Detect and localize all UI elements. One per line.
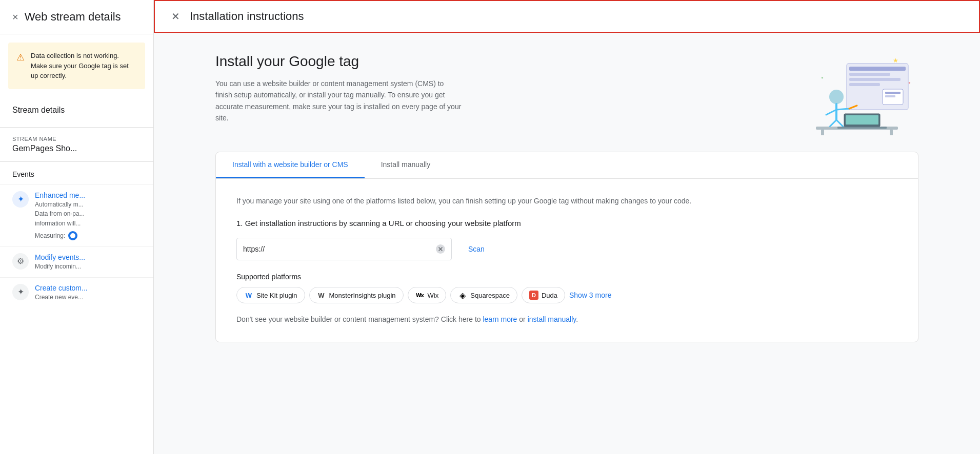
event-item-modify[interactable]: ⚙ Modify events... Modify incomin... <box>0 246 153 277</box>
svg-point-9 <box>829 90 844 104</box>
svg-text:★: ★ <box>893 57 898 64</box>
measuring-label: Measuring: <box>35 232 65 239</box>
hero-title: Install your Google tag <box>215 53 785 70</box>
url-input-wrapper <box>236 238 452 260</box>
modify-event-title: Modify events... <box>35 253 85 261</box>
svg-rect-4 <box>849 78 901 81</box>
bottom-text-prefix: Don't see your website builder or conten… <box>236 315 483 323</box>
stream-name-label: STREAM NAME <box>12 136 141 142</box>
bg-alert-banner: ⚠ Data collection is not working. Make s… <box>8 43 145 89</box>
platform-monsterinsights[interactable]: W MonsterInsights plugin <box>309 287 404 303</box>
measuring-row: Measuring: <box>35 231 85 240</box>
svg-line-14 <box>836 120 844 128</box>
bg-alert-text: Data collection is not working. Make sur… <box>31 51 137 81</box>
bg-close-icon[interactable]: × <box>12 11 18 23</box>
measuring-icon <box>68 231 77 240</box>
learn-more-link[interactable]: learn more <box>483 315 517 323</box>
event-item-create[interactable]: ✦ Create custom... Create new eve... <box>0 277 153 308</box>
modify-event-icon: ⚙ <box>12 253 29 270</box>
svg-rect-3 <box>849 73 890 76</box>
duda-icon: D <box>529 291 538 300</box>
events-title: Events <box>0 170 153 184</box>
hero-section: Install your Google tag You can use a we… <box>215 53 918 135</box>
svg-rect-5 <box>849 83 880 86</box>
enhanced-event-desc: Automatically m... <box>35 200 85 209</box>
tab-cms[interactable]: Install with a website builder or CMS <box>216 152 365 178</box>
tab-content-cms: If you manage your site using one of the… <box>216 179 918 342</box>
svg-rect-7 <box>885 92 901 94</box>
create-event-desc: Create new eve... <box>35 293 88 302</box>
events-section: Events ✦ Enhanced me... Automatically m.… <box>0 162 153 316</box>
svg-rect-8 <box>885 95 895 97</box>
hero-desc: You can use a website builder or content… <box>215 78 462 124</box>
squarespace-icon: ◈ <box>458 291 467 300</box>
svg-point-0 <box>70 233 75 238</box>
enhanced-event-content: Enhanced me... Automatically m... Data f… <box>35 191 85 240</box>
create-event-icon: ✦ <box>12 284 29 300</box>
platform-duda[interactable]: D Duda <box>522 287 565 303</box>
platform-sitekit[interactable]: W Site Kit plugin <box>236 287 305 303</box>
svg-text:●: ● <box>821 75 824 80</box>
modify-event-desc: Modify incomin... <box>35 262 85 271</box>
svg-rect-19 <box>846 115 878 125</box>
sitekit-label: Site Kit plugin <box>256 292 297 299</box>
svg-rect-16 <box>821 130 824 135</box>
or-text: or <box>517 315 527 323</box>
show-more-link[interactable]: Show 3 more <box>569 291 611 299</box>
svg-rect-20 <box>837 127 887 129</box>
create-event-title: Create custom... <box>35 284 88 292</box>
create-event-content: Create custom... Create new eve... <box>35 284 88 302</box>
installation-modal: ✕ Installation instructions Install your… <box>154 0 980 454</box>
hero-text: Install your Google tag You can use a we… <box>215 53 785 124</box>
platform-wix[interactable]: Wix Wix <box>408 287 447 303</box>
scan-button[interactable]: Scan <box>460 241 493 257</box>
url-input[interactable] <box>243 245 432 253</box>
svg-line-11 <box>826 110 836 115</box>
tabs-container: Install with a website builder or CMS In… <box>215 152 918 342</box>
bottom-text: Don't see your website builder or conten… <box>236 314 897 325</box>
svg-text:●: ● <box>908 80 911 85</box>
svg-rect-17 <box>890 130 893 135</box>
svg-line-13 <box>829 120 836 128</box>
monsterinsights-icon: W <box>317 291 326 300</box>
step-1-heading: 1. Get installation instructions by scan… <box>236 219 897 228</box>
warning-icon: ⚠ <box>16 52 25 63</box>
svg-rect-2 <box>849 67 906 71</box>
platforms-label: Supported platforms <box>236 273 897 281</box>
stream-details-section: Stream details <box>0 97 153 128</box>
svg-line-12 <box>836 109 849 110</box>
sitekit-icon: W <box>244 291 253 300</box>
stream-name-value: GemPages Sho... <box>12 144 141 153</box>
stream-details-title: Stream details <box>12 106 141 115</box>
url-clear-button[interactable] <box>436 244 445 254</box>
modal-close-button[interactable]: ✕ <box>167 8 184 25</box>
modal-content-area: Install your Google tag You can use a we… <box>154 33 980 454</box>
bg-page-title: Web stream details <box>25 10 121 24</box>
tabs-header: Install with a website builder or CMS In… <box>216 152 918 179</box>
monsterinsights-label: MonsterInsights plugin <box>329 292 396 299</box>
duda-label: Duda <box>542 292 557 299</box>
wix-label: Wix <box>428 292 439 299</box>
modify-event-content: Modify events... Modify incomin... <box>35 253 85 271</box>
bottom-text-suffix: . <box>576 315 578 323</box>
wix-icon: Wix <box>415 291 425 300</box>
platform-squarespace[interactable]: ◈ Squarespace <box>450 287 517 303</box>
bg-header: × Web stream details <box>0 0 153 34</box>
close-x-icon: ✕ <box>171 10 180 23</box>
modal-title: Installation instructions <box>190 10 304 23</box>
background-panel: × Web stream details ⚠ Data collection i… <box>0 0 154 454</box>
event-item-enhanced[interactable]: ✦ Enhanced me... Automatically m... Data… <box>0 184 153 246</box>
enhanced-event-title: Enhanced me... <box>35 191 85 199</box>
hero-illustration: ★ ● ● <box>806 53 918 135</box>
enhanced-event-icon: ✦ <box>12 191 29 208</box>
squarespace-label: Squarespace <box>470 292 510 299</box>
url-input-row: Scan <box>236 238 897 260</box>
enhanced-event-desc3: information will... <box>35 219 85 228</box>
tab-intro-text: If you manage your site using one of the… <box>236 195 897 207</box>
platforms-row: W Site Kit plugin W MonsterInsights plug… <box>236 287 897 303</box>
enhanced-event-desc2: Data from on-pa... <box>35 210 85 218</box>
modal-header: ✕ Installation instructions <box>154 0 980 33</box>
install-manually-link[interactable]: install manually <box>528 315 576 323</box>
stream-name-section: STREAM NAME GemPages Sho... <box>0 128 153 162</box>
tab-manual[interactable]: Install manually <box>365 152 447 178</box>
